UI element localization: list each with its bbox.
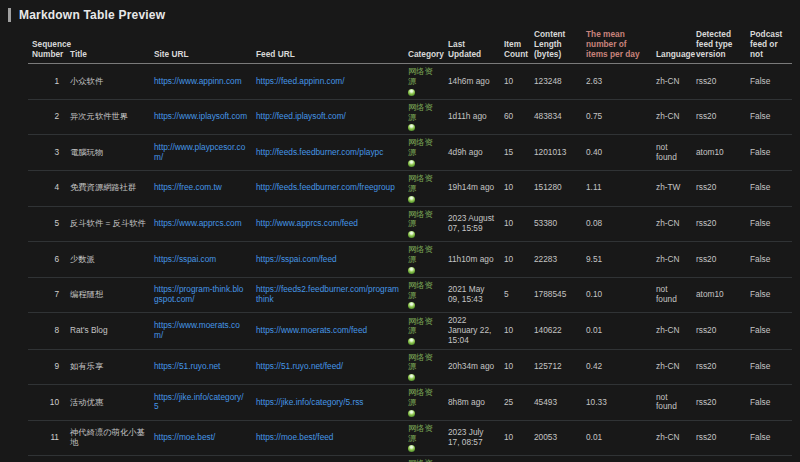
cell-last-updated-text: 2021 May 09, 15:43 [448, 284, 484, 304]
cell-feed-url: https://hao.su/feed/ [252, 456, 404, 462]
cell-feed-type-text: rss20 [696, 218, 716, 228]
table-row: 12不死鸟https://iui.su/https://hao.su/feed/… [28, 456, 792, 462]
cell-podcast: False [746, 206, 792, 242]
cell-feed-type: rss20 [692, 242, 746, 278]
cell-site-url-link[interactable]: https://program-think.blogspot.com/ [154, 284, 243, 304]
category-label: 网络资源 [408, 424, 440, 444]
cell-site-url-link[interactable]: https://www.apprcs.com [154, 218, 242, 228]
cell-site-url-link[interactable]: http://www.playpcesor.com/ [154, 142, 245, 162]
cell-site-url-link[interactable]: https://51.ruyo.net [154, 361, 220, 371]
table-row: 7编程随想https://program-think.blogspot.com/… [28, 277, 792, 313]
cell-title-text: 反斗软件 = 反斗软件 [70, 218, 146, 228]
cell-mean-per-day: 0.42 [582, 349, 652, 385]
cell-title: 活动优惠 [66, 385, 150, 421]
cell-mean-per-day: 9.51 [582, 242, 652, 278]
cell-mean-per-day-text: 0.75 [586, 111, 602, 121]
cell-site-url-link[interactable]: https://free.com.tw [154, 182, 222, 192]
cell-item-count: 60 [500, 99, 530, 135]
cell-feed-url: http://www.apprcs.com/feed [252, 206, 404, 242]
cell-content-length-text: 20053 [534, 432, 557, 442]
cell-content-length: 20053 [530, 420, 582, 456]
cell-feed-url-link[interactable]: http://feed.iplaysoft.com/ [256, 111, 346, 121]
cell-site-url-link[interactable]: https://www.appinn.com [154, 76, 242, 86]
cell-feed-url-link[interactable]: https://jike.info/category/5.rss [256, 397, 363, 407]
cell-podcast: False [746, 277, 792, 313]
cell-feed-url-link[interactable]: http://feeds.feedburner.com/freegroup [256, 182, 395, 192]
cell-item-count-text: 10 [504, 218, 513, 228]
cell-feed-type: rss20 [692, 171, 746, 207]
column-header-title: Title [66, 27, 150, 64]
cell-last-updated-text: 2023 July 17, 08:57 [448, 427, 484, 447]
category-label: 网络资源 [408, 210, 440, 230]
column-header-updated: Last Updated [444, 27, 500, 64]
cell-podcast-text: False [750, 218, 770, 228]
cell-mean-per-day-text: 0.01 [586, 432, 602, 442]
cell-site-url: https://www.moerats.com/ [150, 313, 252, 349]
table-row: 1小众软件https://www.appinn.comhttps://feed.… [28, 64, 792, 100]
cell-feed-url-link[interactable]: https://feed.appinn.com/ [256, 76, 345, 86]
cell-sequence-number-text: 11 [50, 432, 59, 442]
cell-content-length-text: 140622 [534, 325, 562, 335]
cell-item-count: 10 [500, 420, 530, 456]
cell-title-text: 小众软件 [70, 76, 103, 86]
cell-site-url-link[interactable]: https://www.moerats.com/ [154, 320, 240, 340]
cell-feed-url-link[interactable]: https://moe.best/feed [256, 432, 333, 442]
cell-language: zh-CN [652, 420, 692, 456]
cell-item-count: 10 [500, 206, 530, 242]
cell-item-count-text: 60 [504, 111, 513, 121]
cell-sequence-number: 9 [28, 349, 66, 385]
cell-feed-url-link[interactable]: http://feeds.feedburner.com/playpc [256, 147, 383, 157]
cell-feed-url-link[interactable]: https://sspai.com/feed [256, 254, 337, 264]
cell-feed-url-link[interactable]: https://www.moerats.com/feed [256, 325, 367, 335]
cell-content-length-text: 45493 [534, 397, 557, 407]
column-header-length: Content Length (bytes) [530, 27, 582, 64]
category-label: 网络资源 [408, 245, 440, 265]
cell-podcast-text: False [750, 254, 770, 264]
cell-item-count-text: 25 [504, 397, 513, 407]
cell-title-text: Rat's Blog [70, 325, 108, 335]
column-header-lang: Language [652, 27, 692, 64]
cell-sequence-number-text: 7 [54, 289, 59, 299]
cell-category: 网络资源 [404, 135, 444, 171]
cell-content-length: 45493 [530, 385, 582, 421]
cell-title-text: 异次元软件世界 [70, 111, 128, 121]
cell-mean-per-day-text: 0.01 [586, 325, 602, 335]
cell-site-url-link[interactable]: https://jike.info/category/5 [154, 392, 243, 412]
cell-category: 网络资源 [404, 206, 444, 242]
cell-feed-url-link[interactable]: http://www.apprcs.com/feed [256, 218, 358, 228]
cell-language-text: zh-TW [656, 182, 680, 192]
cell-site-url-link[interactable]: https://www.iplaysoft.com [154, 111, 247, 121]
cell-title: 電腦玩物 [66, 135, 150, 171]
cell-feed-url: http://feeds.feedburner.com/freegroup [252, 171, 404, 207]
cell-last-updated: 2022 January 22, 15:04 [444, 313, 500, 349]
cell-item-count: 15 [500, 135, 530, 171]
cell-category: 网络资源 [404, 313, 444, 349]
cell-item-count-text: 10 [504, 325, 513, 335]
cell-content-length-text: 1201013 [534, 147, 566, 157]
cell-feed-url-link[interactable]: https://feeds2.feedburner.com/programthi… [256, 284, 399, 304]
cell-title: 编程随想 [66, 277, 150, 313]
cell-feed-type: rss20 [692, 420, 746, 456]
cell-feed-url-link[interactable]: https://51.ruyo.net/feed/ [256, 361, 343, 371]
cell-mean-per-day: 0.01 [582, 420, 652, 456]
cell-language: zh-CN [652, 349, 692, 385]
column-header-feed: Feed URL [252, 27, 404, 64]
cell-mean-per-day: 0.90 [582, 456, 652, 462]
cell-site-url-link[interactable]: https://moe.best/ [154, 432, 215, 442]
cell-content-length: 177629 [530, 456, 582, 462]
cell-content-length: 125712 [530, 349, 582, 385]
cell-content-length-text: 1788545 [534, 289, 566, 299]
cell-language-text: zh-CN [656, 361, 680, 371]
green-circle-icon [408, 124, 415, 131]
green-circle-icon [408, 410, 415, 417]
cell-item-count-text: 5 [504, 289, 509, 299]
cell-site-url-link[interactable]: https://sspai.com [154, 254, 216, 264]
table-row: 2异次元软件世界https://www.iplaysoft.comhttp://… [28, 99, 792, 135]
cell-mean-per-day: 10.33 [582, 385, 652, 421]
cell-content-length-text: 125712 [534, 361, 562, 371]
cell-content-length-text: 123248 [534, 76, 562, 86]
cell-podcast: False [746, 349, 792, 385]
cell-mean-per-day: 0.01 [582, 313, 652, 349]
cell-title: 神代綺凛の萌化小基地 [66, 420, 150, 456]
cell-language: zh-CN [652, 456, 692, 462]
